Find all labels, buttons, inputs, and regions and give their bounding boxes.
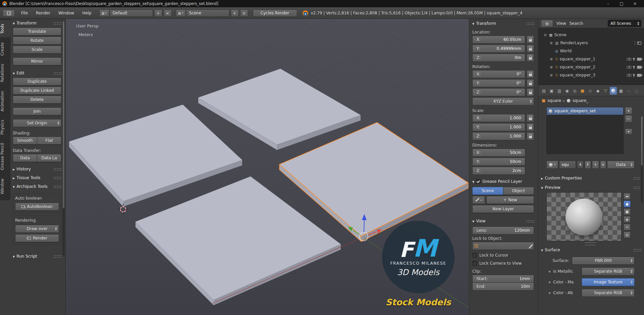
gp-source-scene-tab[interactable]: Scene (472, 187, 503, 195)
outliner-row-renderlayers[interactable]: RenderLayers | (538, 39, 644, 47)
translate-button[interactable]: Translate (13, 28, 61, 36)
tab-create[interactable]: Create (0, 39, 10, 59)
clip-end-field[interactable]: End:10m (472, 282, 534, 291)
rotation-y-lock-button[interactable] (527, 79, 534, 87)
scale-button[interactable]: Scale (13, 46, 61, 54)
selectability-cursor-icon[interactable] (633, 65, 636, 69)
properties-scrollbar[interactable] (641, 116, 643, 203)
menu-render[interactable]: Render (32, 9, 54, 17)
edit-panel-header[interactable]: Edit (13, 69, 61, 77)
archipack-panel-header[interactable]: Archipack Tools (13, 182, 61, 191)
outliner-menu-view[interactable]: View (556, 21, 566, 26)
gp-new-layer-button[interactable]: New Layer (472, 205, 534, 213)
scale-x-lock-button[interactable] (527, 114, 534, 122)
panel-grip-icon[interactable] (633, 249, 641, 252)
outliner-display-mode-dropdown[interactable]: All Scenes (608, 20, 641, 27)
viewport-3d[interactable]: User Persp Meters FM FRANCESCO MILANESE … (66, 19, 469, 315)
screen-layout-delete-button[interactable]: × (164, 9, 172, 17)
dimension-y-field[interactable]: Y:50cm (472, 158, 525, 166)
material-specials-button[interactable]: ▾ (625, 128, 632, 135)
tab-world[interactable] (571, 87, 578, 95)
outliner-row-world[interactable]: World (538, 47, 644, 55)
eyedropper-icon[interactable] (529, 244, 533, 248)
tab-relations[interactable]: Relations (0, 60, 10, 86)
expand-toggle-icon[interactable] (549, 73, 553, 77)
preview-monkey-button[interactable] (624, 216, 631, 223)
scene-browse-icon[interactable] (176, 9, 186, 17)
rotate-button[interactable]: Rotate (13, 37, 61, 45)
tab-modifiers[interactable] (594, 87, 601, 95)
scale-x-field[interactable]: X:1.000 (472, 114, 525, 122)
clip-start-field[interactable]: Start:1mm (472, 275, 534, 283)
preview-panel-header[interactable]: Preview (538, 183, 644, 192)
editor-type-selector[interactable] (3, 9, 15, 17)
grease-pencil-panel-header[interactable]: Grease Pencil Layer (472, 177, 534, 186)
rotation-mode-dropdown[interactable]: XYZ Euler (472, 97, 534, 105)
tab-scene[interactable] (564, 87, 571, 95)
scene-add-button[interactable]: + (231, 9, 239, 17)
surface-shader-dropdown[interactable]: PBR.000 (572, 257, 635, 265)
outliner-menu-search[interactable]: Search (569, 21, 583, 26)
lock-to-object-field[interactable] (472, 242, 534, 250)
tab-object-data[interactable] (602, 87, 609, 95)
visibility-eye-icon[interactable] (627, 66, 632, 69)
tab-texture[interactable] (618, 87, 625, 95)
material-slot-active[interactable]: square_steepers_set (547, 107, 623, 115)
rotation-x-lock-button[interactable] (527, 70, 534, 78)
scale-y-field[interactable]: Y:1.000 (472, 123, 525, 131)
data-transfer-layout-button[interactable]: Data La (37, 154, 61, 162)
menu-window[interactable]: Window (55, 9, 78, 17)
scene-delete-button[interactable]: × (240, 9, 248, 17)
breadcrumb-material[interactable]: square_ (573, 98, 588, 103)
panel-grip-icon[interactable] (53, 176, 61, 179)
tab-physics[interactable] (633, 87, 640, 95)
color-ab-dropdown[interactable]: Separate RGB (582, 289, 635, 297)
panel-grip-icon[interactable] (53, 168, 61, 171)
join-button[interactable]: Join (13, 107, 61, 115)
panel-grip-icon[interactable] (53, 72, 61, 75)
outliner-row-stepper-2[interactable]: square_stepper_2 (538, 63, 644, 71)
unlink-material-button[interactable]: × (600, 161, 606, 169)
autoboolean-button[interactable]: AutoBoolean (15, 203, 59, 211)
toolshelf-scrollbar[interactable] (62, 21, 65, 256)
grease-pencil-checkbox[interactable] (476, 179, 481, 184)
expand-toggle-icon[interactable] (549, 41, 553, 45)
preview-resize-grip[interactable] (585, 243, 596, 245)
draw-over-dropdown[interactable]: Draw over (15, 225, 59, 233)
rotation-y-field[interactable]: Y:0° (472, 79, 525, 87)
render-restrict-icon[interactable] (637, 58, 641, 61)
screen-layout-browse-icon[interactable] (99, 9, 109, 17)
preview-cube-button[interactable] (624, 208, 631, 215)
scale-z-lock-button[interactable] (527, 132, 534, 140)
lock-camera-checkbox[interactable] (472, 261, 477, 266)
duplicate-button[interactable]: Duplicate (13, 77, 61, 86)
run-script-panel-header[interactable]: Run Script (13, 252, 61, 261)
lock-to-cursor-checkbox[interactable] (472, 253, 477, 258)
panel-grip-icon[interactable] (526, 220, 534, 223)
panel-grip-icon[interactable] (53, 185, 61, 188)
is-metallic-dropdown[interactable]: Separate RGB (582, 267, 635, 275)
outliner-editor-type-selector[interactable] (541, 20, 553, 27)
tab-window[interactable]: Window (0, 175, 10, 198)
outliner-row-stepper-1[interactable]: square_stepper_1 (538, 55, 644, 63)
location-y-field[interactable]: Y:0.49999mm (472, 45, 525, 53)
panel-grip-icon[interactable] (53, 22, 61, 25)
lens-field[interactable]: Lens:120mm (472, 226, 534, 234)
rotation-z-field[interactable]: Z:0° (472, 88, 525, 96)
remove-material-slot-button[interactable]: − (625, 115, 632, 122)
selectability-cursor-icon[interactable] (633, 73, 636, 77)
mirror-button[interactable]: Mirror (13, 57, 61, 65)
location-y-lock-button[interactable] (527, 45, 534, 53)
panel-grip-icon[interactable] (526, 22, 534, 25)
gp-draw-mode-button[interactable] (472, 196, 485, 204)
material-link-dropdown[interactable]: Data (607, 161, 635, 169)
breadcrumb-object[interactable]: square (547, 98, 561, 103)
expand-toggle-icon[interactable] (549, 65, 553, 69)
selectability-cursor-icon[interactable] (633, 57, 636, 61)
renderable-icon[interactable] (637, 42, 641, 45)
tab-render[interactable] (548, 87, 555, 95)
render-restrict-icon[interactable] (637, 74, 641, 77)
dimension-x-field[interactable]: X:50cm (472, 149, 525, 157)
archipack-render-button[interactable]: Render (15, 234, 59, 242)
location-z-field[interactable]: Z:0m (472, 54, 525, 62)
